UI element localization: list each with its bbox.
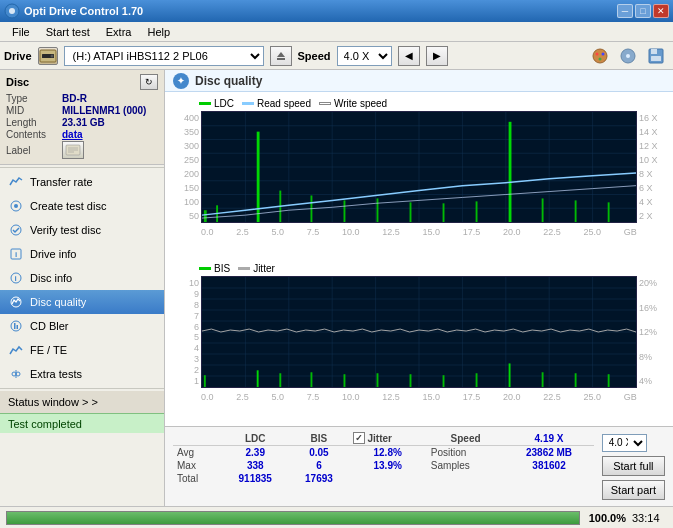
- speed-up-button[interactable]: ▶: [426, 46, 448, 66]
- svg-rect-6: [277, 58, 285, 60]
- sidebar-item-create-test-disc[interactable]: Create test disc: [0, 194, 164, 218]
- progress-bar-container: [6, 511, 580, 525]
- bis-chart-legend: BIS Jitter: [169, 261, 669, 276]
- jitter-checkbox[interactable]: ✓: [353, 432, 365, 444]
- svg-rect-82: [204, 375, 206, 387]
- drive-eject-button[interactable]: [270, 46, 292, 66]
- test-speed-select[interactable]: 4.0 X: [602, 434, 647, 452]
- jitter-checkbox-container[interactable]: ✓ Jitter: [353, 432, 423, 444]
- legend-read-speed: Read speed: [242, 98, 311, 109]
- sidebar-item-fe-te[interactable]: FE / TE: [0, 338, 164, 362]
- disc-refresh-button[interactable]: ↻: [140, 74, 158, 90]
- svg-rect-57: [410, 202, 412, 222]
- legend-jitter-label: Jitter: [253, 263, 275, 274]
- legend-bis: BIS: [199, 263, 230, 274]
- sidebar-item-extra-tests[interactable]: Extra tests: [0, 362, 164, 386]
- bis-x-unit: GB: [624, 392, 637, 402]
- legend-jitter: Jitter: [238, 263, 275, 274]
- svg-rect-15: [651, 56, 661, 61]
- drive-label: Drive: [4, 50, 32, 62]
- disc-length-row: Length 23.31 GB: [6, 117, 158, 128]
- svg-point-7: [593, 49, 607, 63]
- status-window-button[interactable]: Status window > >: [0, 391, 164, 413]
- legend-bis-label: BIS: [214, 263, 230, 274]
- disc-quality-title: Disc quality: [195, 74, 262, 88]
- disc-contents-value[interactable]: data: [62, 129, 83, 140]
- write-speed-color: [319, 102, 331, 105]
- create-test-disc-icon: [8, 198, 24, 214]
- speed-combo: 4.0 X: [602, 434, 665, 452]
- sidebar-item-verify-test-disc[interactable]: Verify test disc: [0, 218, 164, 242]
- avg-ldc: 2.39: [221, 446, 289, 460]
- palette-button[interactable]: [587, 44, 613, 68]
- start-part-button[interactable]: Start part: [602, 480, 665, 500]
- save-button[interactable]: [643, 44, 669, 68]
- avg-bis: 0.05: [289, 446, 348, 460]
- menu-bar: File Start test Extra Help: [0, 22, 673, 42]
- max-label: Max: [173, 459, 221, 472]
- legend-ldc: LDC: [199, 98, 234, 109]
- svg-rect-60: [509, 122, 512, 222]
- ldc-y-labels-left: 400 350 300 250 200 150 100 50: [173, 111, 201, 223]
- menu-help[interactable]: Help: [139, 24, 178, 40]
- svg-text:i: i: [15, 250, 17, 259]
- svg-rect-59: [476, 201, 478, 222]
- maximize-button[interactable]: □: [635, 4, 651, 18]
- disc-mid-row: MID MILLENMR1 (000): [6, 105, 158, 116]
- menu-file[interactable]: File: [4, 24, 38, 40]
- disc-type-row: Type BD-R: [6, 93, 158, 104]
- status-completed: Test completed: [0, 413, 164, 433]
- avg-label: Avg: [173, 446, 221, 460]
- sidebar-item-extra-tests-label: Extra tests: [30, 368, 82, 380]
- drive-icon: [38, 47, 58, 65]
- fe-te-icon: [8, 342, 24, 358]
- bis-y-labels-left: 10 9 8 7 6 5 4 3 2 1: [173, 276, 201, 388]
- svg-point-4: [50, 54, 53, 57]
- title-bar: Opti Drive Control 1.70 ─ □ ✕: [0, 0, 673, 22]
- disc-label-button[interactable]: [62, 141, 84, 159]
- legend-read-speed-label: Read speed: [257, 98, 311, 109]
- menu-extra[interactable]: Extra: [98, 24, 140, 40]
- nav-divider-bottom: [0, 388, 164, 389]
- total-bis: 17693: [289, 472, 348, 485]
- col-header-jitter-check: ✓ Jitter: [349, 431, 427, 446]
- svg-rect-58: [443, 203, 445, 222]
- total-empty2: [504, 472, 593, 485]
- close-button[interactable]: ✕: [653, 4, 669, 18]
- sidebar-item-cd-bler[interactable]: CD Bler: [0, 314, 164, 338]
- max-ldc: 338: [221, 459, 289, 472]
- ldc-y-labels-right: 16 X 14 X 12 X 10 X 8 X 6 X 4 X 2 X: [637, 111, 665, 223]
- minimize-button[interactable]: ─: [617, 4, 633, 18]
- extra-tests-icon: [8, 366, 24, 382]
- sidebar-item-drive-info[interactable]: i Drive info: [0, 242, 164, 266]
- jitter-label: Jitter: [368, 433, 392, 444]
- svg-rect-87: [377, 373, 379, 387]
- sidebar-item-transfer-rate-label: Transfer rate: [30, 176, 93, 188]
- title-buttons: ─ □ ✕: [617, 4, 669, 18]
- svg-rect-29: [14, 323, 16, 329]
- total-jitter: [349, 472, 427, 485]
- disc-length-value: 23.31 GB: [62, 117, 105, 128]
- sidebar-item-disc-quality-label: Disc quality: [30, 296, 86, 308]
- sidebar-item-transfer-rate[interactable]: Transfer rate: [0, 170, 164, 194]
- svg-rect-91: [509, 363, 511, 387]
- legend-ldc-label: LDC: [214, 98, 234, 109]
- speed-down-button[interactable]: ◀: [398, 46, 420, 66]
- status-window-label: Status window > >: [8, 396, 98, 408]
- start-full-button[interactable]: Start full: [602, 456, 665, 476]
- ldc-x-labels: 0.0 2.5 5.0 7.5 10.0 12.5 15.0 17.5 20.0…: [201, 223, 637, 241]
- svg-point-21: [14, 204, 18, 208]
- svg-rect-85: [311, 372, 313, 387]
- eject-disc-button[interactable]: [615, 44, 641, 68]
- speed-select[interactable]: 4.0 X: [337, 46, 392, 66]
- disc-quality-header: ✦ Disc quality: [165, 70, 673, 92]
- svg-text:i: i: [15, 274, 17, 283]
- disc-length-label: Length: [6, 117, 58, 128]
- sidebar-item-disc-quality[interactable]: Disc quality: [0, 290, 164, 314]
- svg-point-32: [16, 372, 20, 376]
- sidebar-item-disc-info[interactable]: i Disc info: [0, 266, 164, 290]
- max-jitter: 13.9%: [349, 459, 427, 472]
- menu-start-test[interactable]: Start test: [38, 24, 98, 40]
- drive-select[interactable]: (H:) ATAPI iHBS112 2 PL06: [64, 46, 264, 66]
- ldc-chart-legend: LDC Read speed Write speed: [169, 96, 669, 111]
